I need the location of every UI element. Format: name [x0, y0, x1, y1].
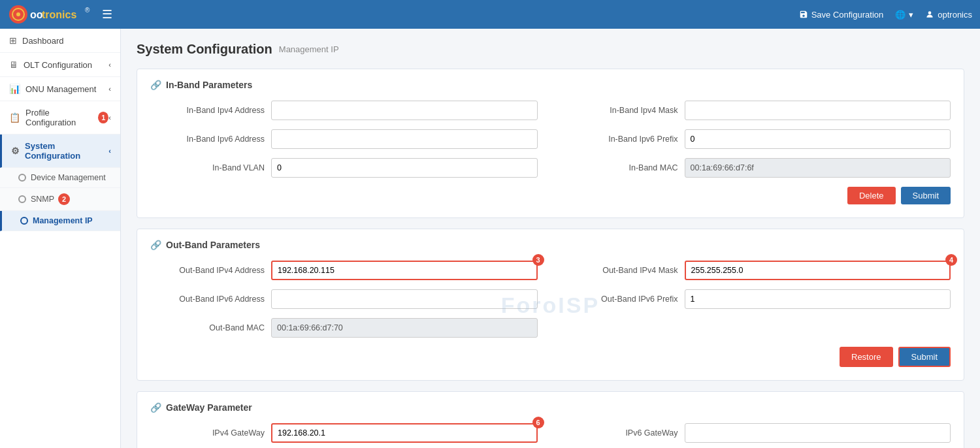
outband-ipv6-prefix-input[interactable]	[685, 289, 951, 309]
sidebar-label-olt: OLT Configuration	[24, 60, 92, 70]
outband-ipv6-address-row: Out-Band IPv6 Address	[150, 289, 538, 309]
page-header: System Configuration Management IP	[137, 42, 964, 57]
olt-icon: 🖥	[9, 59, 18, 70]
page-subtitle: Management IP	[279, 44, 339, 54]
inband-ipv6-address-input[interactable]	[271, 129, 538, 149]
device-mgmt-dot	[18, 174, 26, 182]
inband-ipv4-mask-label: In-Band Ipv4 Mask	[564, 106, 678, 115]
onu-icon: 📊	[9, 84, 20, 94]
sidebar-item-dashboard[interactable]: ⊞ Dashboard	[0, 29, 120, 53]
snmp-badge: 2	[58, 193, 70, 205]
system-icon: ⚙	[11, 146, 20, 156]
profile-badge: 1	[98, 112, 108, 123]
sidebar-label-device-mgmt: Device Management	[31, 173, 106, 182]
dashboard-icon: ⊞	[9, 35, 17, 46]
olt-chevron: ‹	[108, 61, 111, 69]
mgmt-ip-dot	[20, 217, 28, 225]
inband-vlan-row: In-Band VLAN	[150, 158, 538, 178]
sidebar-label-system: System Configuration	[25, 141, 108, 161]
user-label: optronics	[938, 10, 972, 20]
profile-chevron: ‹	[108, 114, 111, 121]
sidebar-label-snmp: SNMP	[31, 195, 54, 204]
main-content: System Configuration Management IP 🔗 In-…	[121, 29, 980, 448]
gateway-form: IPv4 GateWay 6 IPv6 GateWay	[150, 423, 951, 443]
sidebar-label-dashboard: Dashboard	[22, 36, 64, 46]
inband-section-title: 🔗 In-Band Parameters	[150, 80, 951, 90]
save-config-label: Save Configuration	[811, 10, 884, 20]
save-config-btn[interactable]: Save Configuration	[799, 10, 884, 20]
outband-restore-button[interactable]: Restore	[840, 347, 893, 367]
svg-text:®: ®	[85, 7, 90, 14]
outband-btn-row: Restore Submit	[150, 347, 951, 367]
sidebar-system-submenu: Device Management SNMP 2 Management IP	[0, 168, 120, 231]
outband-ipv6-prefix-row: Out-Band IPv6 Prefix	[564, 289, 951, 309]
svg-text:oo: oo	[30, 9, 43, 20]
outband-ipv4-address-input[interactable]	[271, 261, 538, 280]
svg-point-2	[16, 12, 20, 16]
main-layout: ⊞ Dashboard 🖥 OLT Configuration ‹ 📊 ONU …	[0, 29, 980, 448]
inband-ipv6-address-row: In-Band Ipv6 Address	[150, 129, 538, 149]
user-menu[interactable]: optronics	[925, 10, 972, 20]
hamburger-icon[interactable]: ☰	[102, 7, 112, 22]
outband-section-title: 🔗 Out-Band Parameters	[150, 240, 951, 250]
inband-ipv4-mask-input[interactable]	[685, 101, 951, 120]
gateway-ipv6-input[interactable]	[685, 423, 951, 443]
inband-ipv4-mask-row: In-Band Ipv4 Mask	[564, 101, 951, 120]
outband-mac-input	[271, 318, 538, 338]
outband-ipv4-address-row: Out-Band IPv4 Address 3	[150, 261, 538, 280]
inband-section: 🔗 In-Band Parameters In-Band Ipv4 Addres…	[137, 69, 964, 218]
sidebar-item-profile[interactable]: 📋 Profile Configuration 1 ‹	[0, 101, 120, 135]
outband-mac-label: Out-Band MAC	[150, 323, 265, 332]
badge-3: 3	[532, 254, 544, 266]
inband-ipv4-address-input[interactable]	[271, 101, 538, 120]
svg-point-6	[928, 11, 932, 14]
outband-ipv4-mask-input[interactable]	[685, 261, 951, 280]
sidebar-item-system-config[interactable]: ⚙ System Configuration ‹	[0, 135, 120, 168]
svg-text:tronics: tronics	[42, 9, 76, 20]
outband-mac-row: Out-Band MAC	[150, 318, 538, 338]
outband-submit-button[interactable]: Submit	[898, 347, 951, 367]
gateway-ipv4-input[interactable]	[271, 423, 538, 443]
globe-btn[interactable]: 🌐 ▾	[895, 10, 913, 20]
navbar-left: oo tronics ® ☰	[8, 4, 112, 25]
inband-submit-button[interactable]: Submit	[901, 187, 951, 204]
inband-mac-row: In-Band MAC	[564, 158, 951, 178]
profile-icon: 📋	[9, 112, 20, 123]
inband-ipv6-prefix-input[interactable]	[685, 129, 951, 149]
gateway-icon: 🔗	[150, 402, 161, 413]
outband-ipv4-mask-label: Out-Band IPv4 Mask	[564, 266, 678, 275]
logo-svg: oo tronics ®	[8, 4, 93, 25]
gateway-section-title: 🔗 GateWay Parameter	[150, 402, 951, 413]
badge-4: 4	[945, 254, 957, 266]
inband-vlan-label: In-Band VLAN	[150, 163, 265, 172]
inband-btn-row: Delete Submit	[150, 187, 951, 204]
inband-icon: 🔗	[150, 80, 161, 90]
outband-ipv4-mask-row: Out-Band IPv4 Mask 4	[564, 261, 951, 280]
sidebar-item-onu[interactable]: 📊 ONU Management ‹	[0, 77, 120, 101]
sidebar-item-olt[interactable]: 🖥 OLT Configuration ‹	[0, 53, 120, 77]
gateway-ipv6-row: IPv6 GateWay	[564, 423, 951, 443]
outband-ipv6-prefix-label: Out-Band IPv6 Prefix	[564, 295, 678, 304]
inband-ipv4-address-row: In-Band Ipv4 Address	[150, 101, 538, 120]
inband-ipv6-prefix-row: In-Band Ipv6 Prefix	[564, 129, 951, 149]
inband-ipv6-prefix-label: In-Band Ipv6 Prefix	[564, 135, 678, 144]
snmp-dot	[18, 195, 26, 203]
sidebar-item-device-mgmt[interactable]: Device Management	[0, 168, 120, 188]
sidebar-item-snmp[interactable]: SNMP 2	[0, 188, 120, 211]
badge-6: 6	[532, 417, 544, 428]
inband-mac-input	[685, 158, 951, 178]
system-chevron: ‹	[108, 147, 111, 155]
gateway-ipv6-label: IPv6 GateWay	[564, 428, 678, 438]
gateway-section: 🔗 GateWay Parameter IPv4 GateWay 6 IPv6 …	[137, 391, 964, 448]
inband-mac-label: In-Band MAC	[564, 163, 678, 172]
outband-ipv4-address-label: Out-Band IPv4 Address	[150, 266, 265, 275]
outband-section: ForoISP 🔗 Out-Band Parameters Out-Band I…	[137, 229, 964, 381]
sidebar-item-management-ip[interactable]: Management IP	[0, 211, 120, 231]
inband-delete-button[interactable]: Delete	[847, 187, 896, 204]
gateway-ipv4-label: IPv4 GateWay	[150, 428, 265, 438]
onu-chevron: ‹	[108, 85, 111, 93]
inband-vlan-input[interactable]	[271, 158, 538, 178]
outband-ipv6-address-input[interactable]	[271, 289, 538, 309]
navbar-right: Save Configuration 🌐 ▾ optronics	[799, 10, 972, 20]
inband-form: In-Band Ipv4 Address In-Band Ipv4 Mask I…	[150, 101, 951, 178]
